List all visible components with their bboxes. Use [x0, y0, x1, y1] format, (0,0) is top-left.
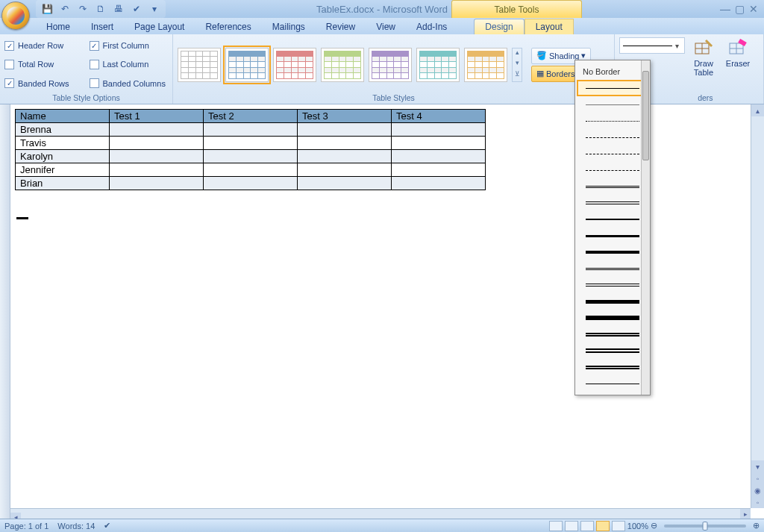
- table-cell[interactable]: [204, 123, 298, 137]
- table-cell[interactable]: Karolyn: [16, 150, 110, 163]
- zoom-in-icon[interactable]: ⊕: [753, 521, 760, 531]
- scroll-right-icon[interactable]: ▸: [740, 509, 751, 519]
- scroll-up-icon[interactable]: ▴: [751, 104, 764, 116]
- table-header[interactable]: Test 4: [392, 110, 486, 123]
- prev-page-icon[interactable]: ◦: [751, 472, 764, 484]
- pen-style-wave[interactable]: [577, 375, 648, 392]
- table-cell[interactable]: [298, 163, 392, 177]
- pen-style-thin-thick-thin[interactable]: [577, 359, 648, 375]
- minimize-icon[interactable]: —: [720, 3, 730, 15]
- gallery-up-icon[interactable]: ▴: [513, 48, 522, 60]
- option-banded-columns[interactable]: Banded Columns: [90, 75, 169, 92]
- tab-mailings[interactable]: Mailings: [262, 19, 316, 34]
- print-icon[interactable]: 🖶: [112, 2, 125, 16]
- draw-table-button[interactable]: Draw Table: [688, 37, 719, 92]
- option-banded-rows[interactable]: ✓Banded Rows: [4, 75, 84, 92]
- table-cell[interactable]: [392, 177, 486, 190]
- table-cell[interactable]: [298, 150, 392, 163]
- pen-style-thick-1[interactable]: [577, 211, 648, 228]
- table-cell[interactable]: Brenna: [16, 123, 110, 137]
- pen-style-thick-4[interactable]: [577, 293, 648, 310]
- tab-view[interactable]: View: [366, 19, 406, 34]
- table-cell[interactable]: Brian: [16, 177, 110, 190]
- table-style-thumb[interactable]: [273, 48, 316, 82]
- table-cell[interactable]: [204, 137, 298, 150]
- pen-style-selector[interactable]: ▾: [619, 37, 685, 54]
- table-style-thumb[interactable]: [178, 48, 221, 82]
- redo-icon[interactable]: ↷: [76, 2, 90, 16]
- pen-style-dash-dot-dot[interactable]: [577, 162, 648, 178]
- table-row[interactable]: Brenna: [16, 123, 486, 137]
- horizontal-scrollbar[interactable]: ◂ ▸: [10, 508, 751, 519]
- table-cell[interactable]: [110, 163, 204, 177]
- dropdown-scrollbar[interactable]: [641, 60, 650, 395]
- zoom-out-icon[interactable]: ⊖: [651, 521, 657, 531]
- table-style-thumb[interactable]: [464, 48, 507, 82]
- table-cell[interactable]: [392, 123, 486, 137]
- table-cell[interactable]: [392, 137, 486, 150]
- table-cell[interactable]: Jennifer: [16, 163, 110, 177]
- pen-style-thick-5[interactable]: [577, 310, 648, 326]
- spell-icon[interactable]: ✔: [130, 2, 143, 16]
- pen-style-double-thick-1[interactable]: [577, 326, 648, 342]
- tab-design[interactable]: Design: [474, 19, 524, 34]
- option-last-column[interactable]: Last Column: [90, 56, 169, 72]
- option-header-row[interactable]: ✓Header Row: [4, 37, 84, 54]
- table-style-thumb[interactable]: [369, 48, 412, 82]
- next-page-icon[interactable]: ◦: [751, 496, 764, 508]
- pen-style-dash-dot[interactable]: [577, 145, 648, 162]
- tab-references[interactable]: References: [195, 19, 261, 34]
- pen-style-thin-thick-1[interactable]: [577, 260, 648, 277]
- pen-style-thick-2[interactable]: [577, 228, 648, 244]
- table-row[interactable]: Jennifer: [16, 163, 486, 177]
- undo-icon[interactable]: ↶: [58, 2, 72, 16]
- table-cell[interactable]: [392, 150, 486, 163]
- pen-style-triple[interactable]: [577, 195, 648, 211]
- zoom-slider[interactable]: [664, 525, 746, 528]
- table-header[interactable]: Test 3: [298, 110, 392, 123]
- qat-more-icon[interactable]: ▾: [148, 2, 161, 16]
- table-style-thumb[interactable]: [321, 48, 364, 82]
- close-icon[interactable]: ✕: [749, 3, 758, 15]
- browse-object-icon[interactable]: ◉: [751, 484, 764, 496]
- table-cell[interactable]: [204, 150, 298, 163]
- gallery-down-icon[interactable]: ▾: [513, 59, 522, 70]
- new-doc-icon[interactable]: 🗋: [94, 2, 107, 16]
- document-table[interactable]: NameTest 1Test 2Test 3Test 4 BrennaTravi…: [15, 109, 486, 190]
- pen-style-dash[interactable]: [577, 129, 648, 145]
- tab-home[interactable]: Home: [36, 19, 81, 34]
- zoom-level[interactable]: 100%: [627, 522, 648, 531]
- scrollbar-thumb[interactable]: [642, 71, 649, 160]
- table-cell[interactable]: [110, 177, 204, 190]
- view-outline[interactable]: [596, 521, 610, 531]
- tab-insert[interactable]: Insert: [81, 19, 124, 34]
- zoom-slider-knob[interactable]: [703, 522, 708, 531]
- pen-style-thin-thick-2[interactable]: [577, 277, 648, 293]
- table-cell[interactable]: Travis: [16, 137, 110, 150]
- pen-style-double[interactable]: [577, 178, 648, 195]
- scroll-left-icon[interactable]: ◂: [10, 513, 21, 519]
- tab-page-layout[interactable]: Page Layout: [124, 19, 195, 34]
- table-cell[interactable]: [298, 177, 392, 190]
- tab-review[interactable]: Review: [316, 19, 366, 34]
- table-cell[interactable]: [392, 163, 486, 177]
- status-words[interactable]: Words: 14: [57, 522, 95, 531]
- table-row[interactable]: Karolyn: [16, 150, 486, 163]
- pen-style-solid-hair[interactable]: [577, 96, 648, 113]
- view-print-layout[interactable]: [549, 521, 563, 531]
- view-full-screen[interactable]: [565, 521, 578, 531]
- tab-addins[interactable]: Add-Ins: [406, 19, 457, 34]
- table-cell[interactable]: [204, 163, 298, 177]
- table-cell[interactable]: [110, 150, 204, 163]
- pen-style-double-thick-2[interactable]: [577, 342, 648, 359]
- pen-style-dot[interactable]: [577, 113, 648, 129]
- view-web-layout[interactable]: [580, 521, 594, 531]
- gallery-more-icon[interactable]: ⊻: [513, 70, 522, 81]
- table-header[interactable]: Test 2: [204, 110, 298, 123]
- pen-style-solid-1[interactable]: [577, 80, 648, 96]
- table-cell[interactable]: [204, 177, 298, 190]
- view-draft[interactable]: [612, 521, 625, 531]
- eraser-button[interactable]: Eraser: [722, 37, 754, 92]
- table-row[interactable]: Travis: [16, 137, 486, 150]
- table-cell[interactable]: [110, 123, 204, 137]
